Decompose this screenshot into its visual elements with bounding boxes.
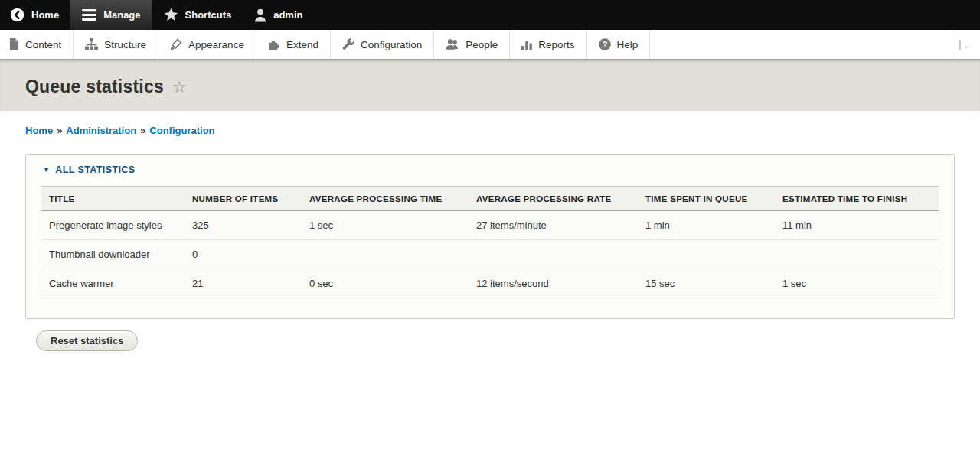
paintbrush-icon — [170, 38, 182, 50]
column-header-avg-processing-rate: AVERAGE PROCESSING RATE — [469, 187, 638, 211]
cell-avg-processing-rate: 12 items/second — [469, 269, 638, 298]
menu-item-content[interactable]: Content — [0, 30, 74, 59]
collapse-arrow-icon: ▼ — [43, 166, 50, 174]
toolbar-tab-shortcuts[interactable]: Shortcuts — [152, 0, 243, 30]
column-header-title: TITLE — [41, 187, 185, 211]
bar-chart-icon — [521, 39, 532, 50]
table-header-row: TITLE NUMBER OF ITEMS AVERAGE PROCESSING… — [41, 187, 939, 211]
cell-number-of-items: 325 — [185, 211, 302, 240]
star-outline-icon[interactable]: ☆ — [172, 79, 187, 95]
people-icon — [446, 38, 459, 50]
menu-item-help[interactable]: ? Help — [587, 30, 651, 59]
table-row: Pregenerate image styles 325 1 sec 27 it… — [41, 211, 939, 240]
all-statistics-panel: ▼ALL STATISTICS TITLE NUMBER OF ITEMS AV… — [25, 154, 955, 319]
svg-text:?: ? — [602, 40, 607, 49]
cell-avg-processing-rate — [469, 240, 638, 269]
menu-item-configuration[interactable]: Configuration — [331, 30, 434, 59]
menu-item-label: Configuration — [361, 39, 422, 50]
all-statistics-summary[interactable]: ▼ALL STATISTICS — [41, 164, 939, 175]
menu-item-extend[interactable]: Extend — [256, 30, 331, 59]
toolbar-tab-home[interactable]: Home — [0, 0, 70, 30]
breadcrumb-link-configuration[interactable]: Configuration — [149, 125, 214, 136]
help-circle-icon: ? — [599, 38, 611, 50]
toolbar-tab-label: admin — [273, 9, 302, 21]
toolbar-tab-label: Home — [31, 9, 59, 21]
back-arrow-icon — [10, 8, 24, 22]
menu-item-appearance[interactable]: Appearance — [158, 30, 256, 59]
toolbar-tab-label: Manage — [103, 9, 140, 21]
cell-time-in-queue: 15 sec — [638, 269, 775, 298]
page-header: Queue statistics ☆ — [0, 60, 980, 111]
menu-item-label: Help — [617, 39, 639, 50]
toolbar-orientation-toggle[interactable]: ← — [952, 30, 980, 59]
column-header-avg-processing-time: AVERAGE PROCESSING TIME — [302, 187, 469, 211]
cell-avg-processing-time: 1 sec — [302, 211, 469, 240]
queue-statistics-table: TITLE NUMBER OF ITEMS AVERAGE PROCESSING… — [41, 186, 939, 298]
cell-queue-title: Pregenerate image styles — [41, 211, 185, 240]
hamburger-menu-icon — [82, 9, 96, 21]
cell-number-of-items: 0 — [185, 240, 302, 269]
menu-item-label: Appearance — [188, 39, 244, 50]
menu-item-reports[interactable]: Reports — [510, 30, 586, 59]
breadcrumb-link-home[interactable]: Home — [25, 125, 53, 136]
toolbar-tab-manage[interactable]: Manage — [70, 0, 152, 30]
breadcrumb-separator: » — [57, 125, 62, 136]
menu-item-label: People — [466, 39, 498, 50]
cell-number-of-items: 21 — [185, 269, 302, 298]
cell-queue-title: Thumbnail downloader — [41, 240, 185, 269]
admin-menu-bar: Content Structure Appearance Extend Conf… — [0, 30, 980, 60]
user-icon — [254, 8, 266, 22]
cell-estimated-time: 1 sec — [775, 269, 939, 298]
wrench-icon — [342, 38, 354, 50]
menu-item-structure[interactable]: Structure — [74, 30, 158, 59]
cell-time-in-queue — [638, 240, 775, 269]
toggle-vertical-icon — [959, 40, 961, 50]
sitemap-icon — [85, 38, 98, 50]
menu-item-label: Reports — [538, 39, 574, 50]
cell-queue-title: Cache warmer — [41, 269, 185, 298]
column-header-estimated-time: ESTIMATED TIME TO FINISH — [775, 187, 939, 211]
breadcrumb-separator: » — [140, 125, 145, 136]
admin-toolbar: Home Manage Shortcuts admin — [0, 0, 980, 30]
reset-statistics-button[interactable]: Reset statistics — [36, 330, 138, 351]
cell-estimated-time: 11 min — [775, 211, 939, 240]
cell-estimated-time — [775, 240, 939, 269]
menu-item-label: Structure — [104, 39, 146, 50]
cell-avg-processing-time — [302, 240, 469, 269]
puzzle-icon — [268, 39, 280, 50]
table-row: Cache warmer 21 0 sec 12 items/second 15… — [41, 269, 939, 298]
menu-item-label: Extend — [286, 39, 318, 50]
breadcrumb: Home»Administration»Configuration — [25, 125, 980, 136]
table-row: Thumbnail downloader 0 — [41, 240, 939, 269]
menu-item-label: Content — [25, 39, 61, 50]
column-header-number-of-items: NUMBER OF ITEMS — [185, 187, 302, 211]
cell-avg-processing-time: 0 sec — [302, 269, 469, 298]
page-title: Queue statistics — [25, 76, 164, 97]
toolbar-tab-label: Shortcuts — [185, 9, 232, 21]
cell-avg-processing-rate: 27 items/minute — [469, 211, 638, 240]
all-statistics-legend: ALL STATISTICS — [55, 164, 135, 175]
column-header-time-in-queue: TIME SPENT IN QUEUE — [638, 187, 775, 211]
document-icon — [9, 38, 19, 50]
toolbar-tab-admin-user[interactable]: admin — [243, 0, 314, 30]
star-icon — [164, 8, 178, 22]
breadcrumb-link-administration[interactable]: Administration — [66, 125, 136, 136]
menu-item-people[interactable]: People — [434, 30, 510, 59]
cell-time-in-queue: 1 min — [638, 211, 775, 240]
